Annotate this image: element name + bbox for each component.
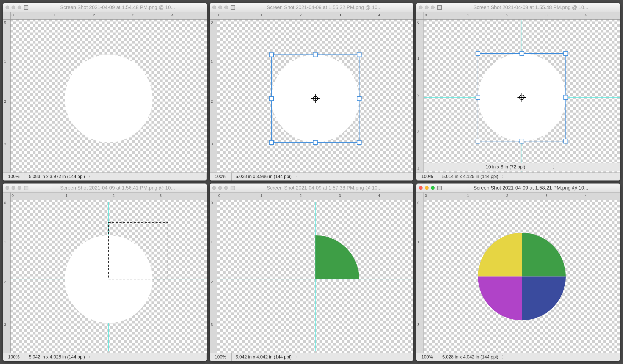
titlebar[interactable]: Screen Shot 2021-04-09 at 1.56.41 PM.png… — [3, 184, 207, 193]
status-bar: 100% 5.042 in x 4.042 in (144 ppi) 〉 — [210, 353, 413, 361]
editor-window-2[interactable]: Screen Shot 2021-04-09 at 1.55.22 PM.png… — [210, 3, 413, 180]
ruler-origin[interactable] — [3, 12, 11, 20]
titlebar[interactable]: Screen Shot 2021-04-09 at 1.58.21 PM.png… — [416, 184, 620, 193]
ruler-origin[interactable] — [210, 12, 217, 20]
close-button[interactable] — [419, 186, 423, 190]
svg-rect-4 — [269, 53, 273, 57]
svg-rect-29 — [24, 186, 28, 190]
doc-info[interactable]: 5.042 in x 4.028 in (144 ppi) 〉 — [25, 353, 207, 361]
maximize-button[interactable] — [18, 6, 21, 9]
app-icon — [231, 5, 235, 10]
editor-window-3[interactable]: Screen Shot 2021-04-09 at 1.55.48 PM.png… — [416, 3, 620, 180]
ruler-vertical[interactable]: 0 1 2 3 — [3, 200, 11, 353]
status-bar: 100% 5.042 in x 4.028 in (144 ppi) 〉 — [3, 353, 207, 361]
close-button[interactable] — [6, 186, 9, 190]
titlebar[interactable]: Screen Shot 2021-04-09 at 1.55.22 PM.png… — [210, 3, 413, 12]
app-icon — [24, 186, 28, 190]
doc-info[interactable]: 5.028 in x 4.042 in (144 ppi) 〉 — [438, 353, 620, 361]
canvas[interactable] — [217, 200, 413, 353]
app-icon — [437, 5, 442, 10]
zoom-level[interactable]: 100% — [416, 173, 438, 180]
ruler-vertical[interactable]: 0 1 2 3 — [210, 20, 217, 172]
svg-rect-8 — [357, 97, 361, 101]
editor-window-4[interactable]: Screen Shot 2021-04-09 at 1.56.41 PM.png… — [3, 184, 207, 361]
ruler-origin[interactable] — [416, 12, 424, 20]
doc-info[interactable]: 5.083 in x 3.972 in (144 ppi) 〉 — [25, 173, 207, 180]
quarter-shape[interactable] — [315, 235, 359, 279]
ruler-vertical[interactable]: 0 1 2 3 — [416, 200, 424, 353]
maximize-button[interactable] — [18, 186, 21, 190]
ruler-origin[interactable] — [210, 193, 217, 200]
titlebar[interactable]: Screen Shot 2021-04-09 at 1.55.48 PM.png… — [416, 3, 620, 12]
doc-info[interactable]: 5.028 in x 3.986 in (144 ppi) 〉 — [232, 173, 413, 180]
close-button[interactable] — [419, 6, 423, 9]
titlebar[interactable]: Screen Shot 2021-04-09 at 1.57.38 PM.png… — [210, 184, 413, 193]
svg-rect-21 — [564, 95, 568, 99]
pie-slice-purple[interactable] — [478, 277, 522, 321]
status-bar: 100% 5.028 in x 4.042 in (144 ppi) 〉 — [416, 353, 620, 361]
editor-window-5[interactable]: Screen Shot 2021-04-09 at 1.57.38 PM.png… — [210, 184, 413, 361]
zoom-level[interactable]: 100% — [210, 173, 232, 180]
svg-rect-11 — [357, 140, 361, 144]
svg-rect-24 — [564, 139, 568, 143]
doc-info[interactable]: 5.042 in x 4.042 in (144 ppi) 〉 — [232, 353, 413, 361]
ruler-vertical[interactable]: 0 1 2 3 4 — [416, 20, 424, 172]
maximize-button[interactable] — [224, 186, 228, 190]
close-button[interactable] — [212, 6, 216, 9]
minimize-button[interactable] — [12, 6, 15, 9]
minimize-button[interactable] — [425, 186, 429, 190]
window-controls — [212, 6, 228, 9]
doc-info[interactable]: 5.014 in x 4.125 in (144 ppi) 〉 — [438, 173, 620, 180]
ruler-horizontal[interactable]: 0 1 2 3 4 — [424, 12, 620, 20]
zoom-level[interactable]: 100% — [3, 353, 25, 361]
chevron-right-icon: 〉 — [553, 165, 556, 169]
maximize-button[interactable] — [431, 6, 435, 9]
minimize-button[interactable] — [218, 186, 222, 190]
circle-shape[interactable] — [65, 55, 152, 142]
pie-slice-blue[interactable] — [522, 277, 566, 321]
canvas[interactable] — [217, 20, 413, 172]
minimize-button[interactable] — [12, 186, 15, 190]
status-bar: 100% 5.083 in x 3.972 in (144 ppi) 〉 — [3, 172, 207, 180]
close-button[interactable] — [212, 186, 216, 190]
zoom-level[interactable]: 100% — [416, 353, 438, 361]
window-title: Screen Shot 2021-04-09 at 1.55.48 PM.png… — [444, 5, 617, 10]
ruler-horizontal[interactable]: 0 1 2 3 4 — [217, 12, 413, 20]
svg-rect-20 — [476, 95, 480, 99]
ruler-origin[interactable] — [416, 193, 424, 200]
svg-rect-1 — [24, 6, 28, 9]
editor-window-6[interactable]: Screen Shot 2021-04-09 at 1.58.21 PM.png… — [416, 184, 620, 361]
minimize-button[interactable] — [218, 6, 222, 9]
maximize-button[interactable] — [224, 6, 228, 9]
svg-rect-6 — [357, 53, 361, 57]
editor-window-1[interactable]: Screen Shot 2021-04-09 at 1.54.48 PM.png… — [3, 3, 207, 180]
zoom-level[interactable]: 100% — [210, 353, 232, 361]
window-title: Screen Shot 2021-04-09 at 1.58.21 PM.png… — [444, 185, 617, 191]
svg-rect-31 — [231, 186, 235, 190]
ruler-origin[interactable] — [3, 193, 11, 200]
pie-slice-green[interactable] — [522, 233, 566, 277]
canvas[interactable] — [424, 200, 620, 353]
window-controls — [419, 6, 435, 9]
ruler-horizontal[interactable]: 0 1 2 3 — [11, 193, 207, 200]
maximize-button[interactable] — [431, 186, 435, 190]
ruler-horizontal[interactable]: 0 1 2 3 4 — [217, 193, 413, 200]
canvas[interactable] — [11, 20, 207, 172]
titlebar[interactable]: Screen Shot 2021-04-09 at 1.54.48 PM.png… — [3, 3, 207, 12]
app-icon — [24, 5, 28, 10]
ruler-horizontal[interactable]: 0 1 2 3 4 — [11, 12, 207, 20]
pie-shape[interactable] — [478, 233, 566, 320]
close-button[interactable] — [6, 6, 9, 9]
ruler-vertical[interactable]: 0 1 2 3 — [3, 20, 11, 172]
chevron-right-icon: 〉 — [502, 174, 505, 179]
canvas[interactable]: 10 in x 8 in (72 ppi) 〉 — [424, 20, 620, 172]
ruler-horizontal[interactable]: 0 1 2 3 4 — [424, 193, 620, 200]
zoom-level[interactable]: 100% — [3, 173, 25, 180]
ruler-vertical[interactable]: 0 1 2 3 — [210, 200, 217, 353]
svg-rect-22 — [476, 139, 480, 143]
pie-slice-yellow[interactable] — [478, 233, 522, 277]
svg-rect-9 — [269, 140, 273, 144]
chevron-right-icon: 〉 — [295, 174, 299, 179]
minimize-button[interactable] — [425, 6, 429, 9]
canvas[interactable] — [11, 200, 207, 353]
